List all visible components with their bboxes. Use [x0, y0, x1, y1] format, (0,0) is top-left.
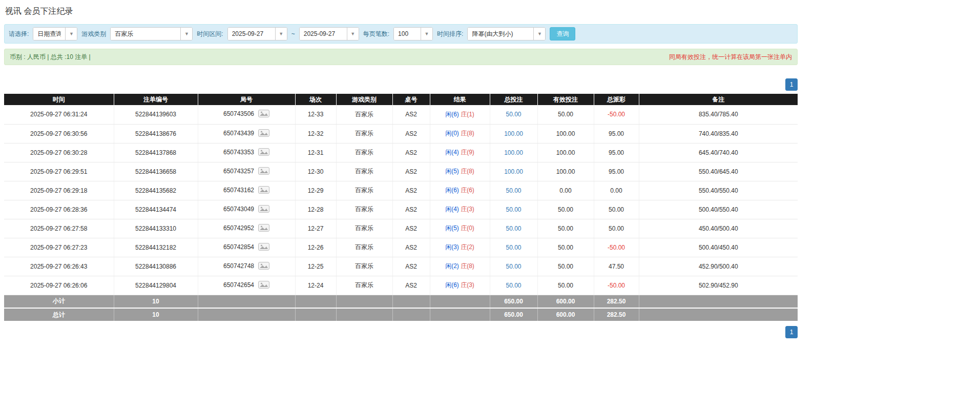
- round-no-text: 650743439: [223, 130, 254, 137]
- chevron-down-icon[interactable]: ▼: [180, 28, 192, 40]
- cell-result: 闲(5) 庄(0): [430, 219, 490, 238]
- result-player: 闲(4): [445, 206, 459, 213]
- date-from-picker[interactable]: ▼: [227, 27, 287, 40]
- total-bet-link[interactable]: 50.00: [506, 263, 521, 270]
- round-result-image-icon[interactable]: [258, 205, 269, 214]
- round-no-text: 650743049: [223, 206, 254, 213]
- table-row: 2025-09-27 06:26:06 522844129804 6507426…: [4, 276, 798, 295]
- cell-payout: 95.00: [594, 143, 639, 162]
- page-size-dropdown[interactable]: ▼: [393, 27, 433, 40]
- pagination-top: 1: [4, 78, 798, 91]
- table-row: 2025-09-27 06:29:51 522844136658 6507432…: [4, 162, 798, 181]
- page-button-1[interactable]: 1: [785, 326, 798, 338]
- chevron-down-icon[interactable]: ▼: [275, 28, 287, 40]
- result-player: 闲(0): [445, 130, 459, 137]
- round-result-image-icon[interactable]: [258, 243, 269, 252]
- cell-valid-bet: 50.00: [537, 276, 594, 295]
- page-button-1[interactable]: 1: [785, 78, 798, 91]
- date-from-input[interactable]: [228, 28, 275, 40]
- cell-round-no: 650742654: [198, 276, 295, 295]
- table-footer: 小计 10 650.00 600.00 282.50 总计 10 650.00 …: [4, 295, 798, 321]
- cell-total-bet: 100.00: [490, 124, 537, 143]
- column-header-bet-no: 注单编号: [114, 94, 198, 105]
- total-bet-link[interactable]: 100.00: [504, 130, 523, 137]
- total-bet-link[interactable]: 50.00: [506, 244, 521, 251]
- cell-session: 12-26: [295, 238, 336, 257]
- chevron-down-icon[interactable]: ▼: [421, 28, 432, 40]
- round-result-image-icon[interactable]: [258, 167, 269, 176]
- cell-payout: -50.00: [594, 238, 639, 257]
- cell-payout: 95.00: [594, 162, 639, 181]
- total-bet-link[interactable]: 50.00: [506, 111, 521, 118]
- cell-bet-no: 522844130886: [114, 257, 198, 276]
- total-bet-link[interactable]: 50.00: [506, 206, 521, 213]
- round-result-image-icon[interactable]: [258, 110, 269, 119]
- cell-session: 12-29: [295, 181, 336, 200]
- chevron-down-icon[interactable]: ▼: [347, 28, 359, 40]
- cell-payout: 50.00: [594, 200, 639, 219]
- total-valid-bet: 600.00: [537, 308, 594, 321]
- cell-game-type: 百家乐: [336, 105, 392, 124]
- chevron-down-icon[interactable]: ▼: [533, 28, 545, 40]
- cell-table-no: AS2: [392, 143, 430, 162]
- cell-remark: 500.40/450.40: [639, 238, 798, 257]
- page-size-input[interactable]: [394, 28, 421, 40]
- game-type-dropdown[interactable]: ▼: [110, 27, 193, 40]
- total-bet-link[interactable]: 100.00: [504, 149, 523, 156]
- cell-remark: 550.40/550.40: [639, 181, 798, 200]
- grand-total-row: 总计 10 650.00 600.00 282.50: [4, 308, 798, 321]
- cell-time: 2025-09-27 06:28:36: [4, 200, 114, 219]
- column-header-table-no: 桌号: [392, 94, 430, 105]
- round-result-image-icon[interactable]: [258, 281, 269, 290]
- round-result-image-icon[interactable]: [258, 262, 269, 271]
- total-bet-link[interactable]: 50.00: [506, 187, 521, 194]
- cell-round-no: 650743353: [198, 143, 295, 162]
- cell-time: 2025-09-27 06:30:56: [4, 124, 114, 143]
- cell-payout: 95.00: [594, 124, 639, 143]
- cell-result: 闲(6) 庄(1): [430, 105, 490, 124]
- round-no-text: 650743257: [223, 168, 254, 175]
- date-to-picker[interactable]: ▼: [299, 27, 359, 40]
- cell-game-type: 百家乐: [336, 200, 392, 219]
- select-type-input[interactable]: [33, 28, 65, 40]
- cell-valid-bet: 50.00: [537, 238, 594, 257]
- result-banker: 庄(6): [461, 187, 474, 194]
- total-bet-link[interactable]: 50.00: [506, 225, 521, 232]
- cell-session: 12-28: [295, 200, 336, 219]
- cell-valid-bet: 100.00: [537, 162, 594, 181]
- result-banker: 庄(1): [461, 111, 474, 118]
- result-player: 闲(5): [445, 168, 459, 175]
- select-type-dropdown[interactable]: ▼: [33, 27, 77, 40]
- cell-remark: 500.40/550.40: [639, 200, 798, 219]
- cell-total-bet: 50.00: [490, 219, 537, 238]
- game-type-input[interactable]: [111, 28, 180, 40]
- column-header-remark: 备注: [639, 94, 798, 105]
- total-bet-link[interactable]: 100.00: [504, 168, 523, 175]
- time-sort-dropdown[interactable]: ▼: [467, 27, 546, 40]
- table-header: 时间 注单编号 局号 场次 游戏类别 桌号 结果 总投注 有效投注 总派彩 备注: [4, 94, 798, 105]
- cell-total-bet: 50.00: [490, 181, 537, 200]
- page-size-label: 每页笔数:: [363, 30, 389, 38]
- cell-result: 闲(2) 庄(8): [430, 257, 490, 276]
- round-result-image-icon[interactable]: [258, 186, 269, 195]
- cell-valid-bet: 50.00: [537, 257, 594, 276]
- search-button[interactable]: 查询: [550, 27, 575, 40]
- date-to-input[interactable]: [300, 28, 347, 40]
- round-result-image-icon[interactable]: [258, 129, 269, 138]
- cell-game-type: 百家乐: [336, 219, 392, 238]
- cell-session: 12-30: [295, 162, 336, 181]
- chevron-down-icon[interactable]: ▼: [65, 28, 77, 40]
- cell-table-no: AS2: [392, 276, 430, 295]
- table-row: 2025-09-27 06:30:56 522844138676 6507434…: [4, 124, 798, 143]
- select-type-label: 请选择:: [9, 30, 29, 38]
- round-result-image-icon[interactable]: [258, 224, 269, 233]
- cell-valid-bet: 0.00: [537, 181, 594, 200]
- cell-time: 2025-09-27 06:31:24: [4, 105, 114, 124]
- time-sort-input[interactable]: [468, 28, 533, 40]
- total-bet-link[interactable]: 50.00: [506, 282, 521, 289]
- cell-result: 闲(6) 庄(3): [430, 276, 490, 295]
- pagination-bottom: 1: [4, 326, 798, 338]
- result-banker: 庄(0): [461, 225, 474, 232]
- round-result-image-icon[interactable]: [258, 148, 269, 157]
- summary-bar: 币别 : 人民币 | 总共 :10 注单 | 同局有效投注，统一计算在该局第一张…: [4, 49, 798, 65]
